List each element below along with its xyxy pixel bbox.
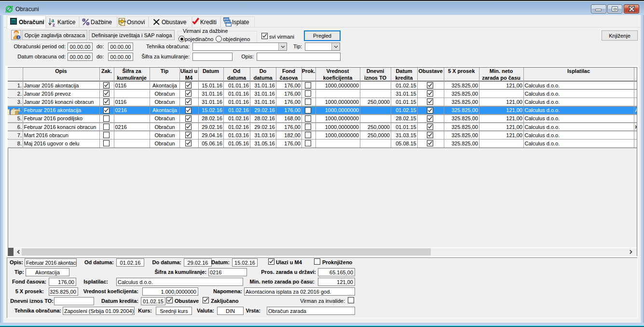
svg-text:z: z	[53, 21, 55, 27]
